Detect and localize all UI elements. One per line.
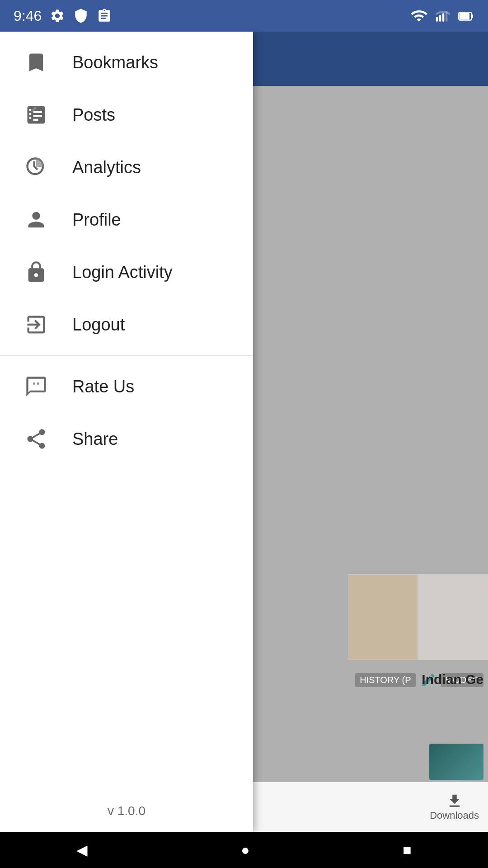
rate-us-label: Rate Us	[72, 377, 134, 396]
menu-item-login-activity[interactable]: Login Activity	[0, 246, 253, 298]
profile-label: Profile	[72, 210, 121, 230]
drawer-menu: Bookmarks Posts	[0, 32, 253, 790]
battery-icon	[457, 7, 474, 24]
svg-rect-1	[439, 15, 441, 22]
share-label: Share	[72, 429, 118, 449]
side-drawer: Bookmarks Posts	[0, 32, 253, 832]
posts-label: Posts	[72, 105, 115, 125]
clipboard-icon	[97, 8, 112, 24]
recent-button[interactable]: ■	[389, 837, 425, 863]
bookmark-icon	[23, 49, 50, 76]
bg-downloads: Downloads	[430, 793, 479, 821]
rate-icon	[23, 373, 50, 400]
home-button[interactable]: ●	[227, 837, 263, 863]
bg-title: Indian Ge	[422, 672, 483, 687]
navigation-bar: ◀ ● ■	[0, 832, 488, 868]
menu-item-share[interactable]: Share	[0, 413, 253, 465]
login-activity-label: Login Activity	[72, 263, 173, 282]
logout-icon	[23, 311, 50, 338]
back-button[interactable]: ◀	[63, 837, 101, 863]
thumbnail-1	[348, 574, 418, 660]
version-text: v 1.0.0	[0, 790, 253, 832]
wifi-icon	[410, 7, 427, 24]
downloads-label: Downloads	[430, 810, 479, 821]
posts-icon	[23, 101, 50, 128]
bg-badge-history: HISTORY (P	[355, 673, 415, 687]
svg-rect-3	[446, 11, 447, 22]
svg-rect-2	[442, 13, 444, 21]
menu-item-profile[interactable]: Profile	[0, 193, 253, 246]
share-icon	[23, 425, 50, 453]
profile-icon	[23, 206, 50, 233]
menu-item-rate-us[interactable]: Rate Us	[0, 360, 253, 413]
settings-icon	[50, 8, 65, 24]
status-time: 9:46	[14, 8, 42, 24]
thumbnail-2	[418, 574, 488, 660]
analytics-icon	[23, 154, 50, 181]
signal-icon	[435, 8, 450, 24]
bg-small-image	[429, 744, 483, 780]
bg-thumbnails	[348, 574, 488, 660]
bookmarks-label: Bookmarks	[72, 53, 158, 72]
svg-rect-0	[436, 17, 438, 22]
logout-label: Logout	[72, 315, 125, 335]
lock-icon	[23, 259, 50, 286]
bg-bottom-bar: Downloads	[253, 782, 488, 832]
shield-icon	[73, 8, 89, 24]
menu-item-bookmarks[interactable]: Bookmarks	[0, 36, 253, 89]
menu-divider	[0, 355, 253, 356]
svg-rect-5	[460, 13, 469, 19]
status-bar: 9:46	[0, 0, 488, 32]
analytics-label: Analytics	[72, 158, 141, 177]
menu-item-posts[interactable]: Posts	[0, 89, 253, 141]
menu-item-logout[interactable]: Logout	[0, 298, 253, 351]
menu-item-analytics[interactable]: Analytics	[0, 141, 253, 193]
